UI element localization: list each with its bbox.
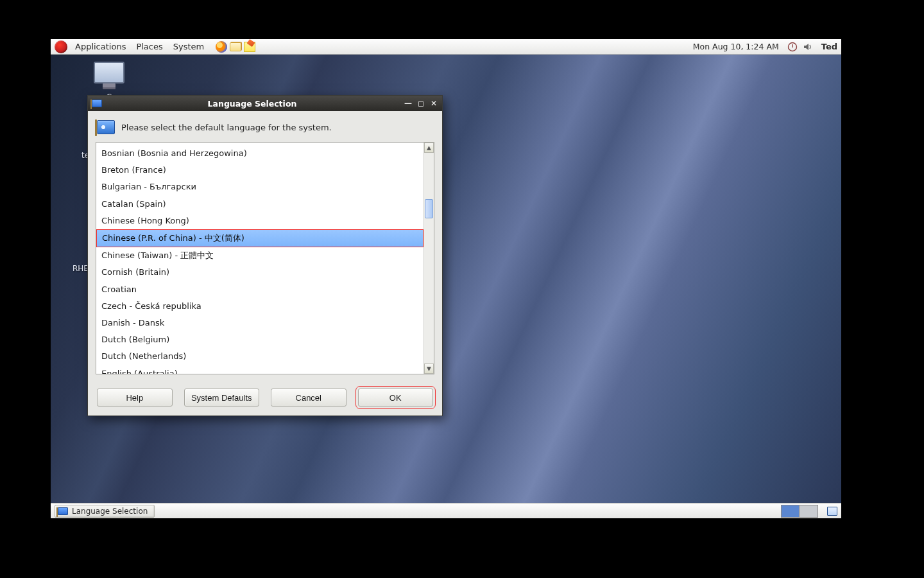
- cancel-button[interactable]: Cancel: [271, 389, 346, 407]
- language-option-label: Chinese (Hong Kong): [101, 216, 189, 225]
- panel-clock[interactable]: Mon Aug 10, 1:24 AM: [693, 42, 779, 51]
- language-selection-dialog: Language Selection — ◻ ✕ Please select t…: [87, 95, 443, 416]
- language-option-label: Bosnian (Bosnia and Herzegowina): [101, 148, 247, 158]
- top-panel: Applications Places System Mon Aug 10, 1…: [51, 39, 841, 55]
- language-option[interactable]: Chinese (Hong Kong): [96, 213, 424, 229]
- scroll-track[interactable]: [424, 153, 434, 363]
- language-option-label: Bulgarian - Български: [101, 182, 196, 191]
- menu-places[interactable]: Places: [131, 40, 167, 53]
- workspace-1[interactable]: [782, 505, 800, 517]
- firefox-icon[interactable]: [214, 40, 228, 53]
- language-option-label: English (Australia): [101, 369, 178, 374]
- flag-icon: [92, 100, 102, 107]
- language-option[interactable]: Bulgarian - Български: [96, 179, 424, 195]
- language-option-label: Chinese (P.R. of China) - 中文(简体): [101, 231, 245, 246]
- dialog-titlebar[interactable]: Language Selection — ◻ ✕: [88, 96, 442, 111]
- taskbar-entry-label: Language Selection: [72, 507, 148, 516]
- desktop-background: Applications Places System Mon Aug 10, 1…: [51, 39, 841, 518]
- volume-icon[interactable]: [802, 41, 814, 53]
- language-option-label: Dutch (Netherlands): [101, 351, 186, 361]
- close-button[interactable]: ✕: [428, 98, 440, 109]
- taskbar-entry[interactable]: Language Selection: [55, 505, 155, 518]
- language-option[interactable]: Dutch (Belgium): [96, 331, 424, 348]
- mail-icon[interactable]: [228, 40, 243, 53]
- language-list[interactable]: Bosnian (Bosnia and Herzegowina)Breton (…: [96, 143, 424, 374]
- language-option-label: Dutch (Belgium): [101, 335, 169, 344]
- bottom-panel: Language Selection: [51, 503, 841, 518]
- dialog-body: Please select the default language for t…: [88, 111, 442, 416]
- language-option[interactable]: Bosnian (Bosnia and Herzegowina): [96, 145, 424, 162]
- language-listbox[interactable]: Bosnian (Bosnia and Herzegowina)Breton (…: [96, 142, 434, 374]
- show-desktop-icon[interactable]: [827, 507, 837, 516]
- language-option-label: Croatian: [101, 285, 137, 294]
- menu-applications[interactable]: Applications: [70, 40, 131, 53]
- svg-rect-1: [792, 44, 792, 48]
- redhat-logo-icon[interactable]: [55, 40, 67, 53]
- language-option[interactable]: Breton (France): [96, 162, 424, 179]
- dialog-button-row: Help System Defaults Cancel OK: [96, 389, 434, 407]
- workspace-2[interactable]: [800, 505, 817, 517]
- notes-icon[interactable]: [243, 40, 257, 53]
- update-icon[interactable]: [787, 41, 798, 53]
- language-option[interactable]: Danish - Dansk: [96, 315, 424, 331]
- language-option[interactable]: Catalan (Spain): [96, 196, 424, 213]
- language-option[interactable]: Chinese (P.R. of China) - 中文(简体): [96, 229, 424, 247]
- language-option[interactable]: Dutch (Netherlands): [96, 348, 424, 365]
- language-option[interactable]: Chinese (Taiwan) - 正體中文: [96, 247, 424, 264]
- language-option[interactable]: Croatian: [96, 281, 424, 298]
- minimize-button[interactable]: —: [402, 98, 414, 109]
- scroll-up-button[interactable]: ▲: [424, 143, 434, 153]
- language-option-label: Catalan (Spain): [101, 199, 166, 209]
- language-option[interactable]: English (Australia): [96, 365, 424, 374]
- language-option-label: Danish - Dansk: [101, 318, 164, 328]
- dialog-prompt: Please select the default language for t…: [121, 123, 332, 132]
- flag-icon: [97, 120, 115, 134]
- language-option-label: Czech - Česká republika: [101, 301, 201, 311]
- help-button[interactable]: Help: [97, 389, 173, 407]
- scroll-down-button[interactable]: ▼: [424, 363, 434, 374]
- workspace-switcher[interactable]: [781, 505, 818, 518]
- maximize-button[interactable]: ◻: [415, 98, 427, 109]
- language-option[interactable]: Czech - Česká republika: [96, 298, 424, 315]
- svg-marker-2: [804, 44, 809, 50]
- menu-system[interactable]: System: [168, 40, 209, 53]
- language-option-label: Chinese (Taiwan) - 正體中文: [101, 250, 214, 260]
- dialog-title: Language Selection: [102, 99, 402, 109]
- language-option-label: Cornish (Britain): [101, 267, 169, 277]
- dialog-header-row: Please select the default language for t…: [96, 118, 434, 142]
- panel-username[interactable]: Ted: [821, 42, 837, 51]
- language-option[interactable]: Cornish (Britain): [96, 264, 424, 281]
- language-option-label: Breton (France): [101, 165, 166, 175]
- panel-right: Mon Aug 10, 1:24 AM Ted: [693, 41, 837, 53]
- scroll-thumb[interactable]: [425, 199, 433, 218]
- ok-button[interactable]: OK: [358, 389, 434, 407]
- panel-left: Applications Places System: [55, 40, 257, 53]
- system-defaults-button[interactable]: System Defaults: [184, 389, 260, 407]
- screenshot-frame: Applications Places System Mon Aug 10, 1…: [51, 39, 841, 518]
- scrollbar[interactable]: ▲ ▼: [424, 143, 434, 374]
- flag-icon: [58, 507, 68, 515]
